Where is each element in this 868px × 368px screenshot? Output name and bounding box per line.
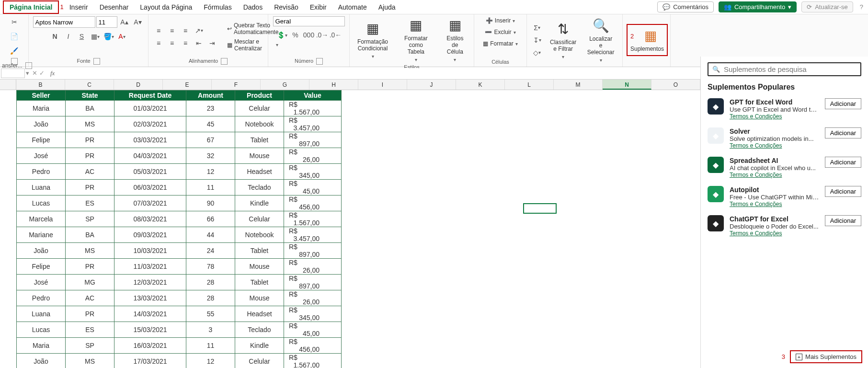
addin-terms-link[interactable]: Termos e Condições: [730, 172, 819, 178]
table-cell[interactable]: 66: [186, 211, 235, 227]
col-header-C[interactable]: C: [65, 80, 114, 90]
orientation-icon[interactable]: ↗: [193, 25, 205, 36]
table-cell[interactable]: ES: [66, 196, 114, 211]
table-cell[interactable]: Luana: [17, 306, 66, 322]
clear-button[interactable]: ◇: [531, 47, 543, 58]
font-launcher-icon[interactable]: [93, 58, 100, 65]
table-cell[interactable]: 05/03/2021: [114, 164, 186, 180]
comma-format-icon[interactable]: 000: [303, 29, 315, 41]
font-color-button[interactable]: A: [116, 31, 128, 42]
col-header-O[interactable]: O: [651, 80, 700, 90]
autosum-button[interactable]: Σ: [531, 22, 543, 34]
align-left-icon[interactable]: ≡: [152, 37, 165, 49]
table-cell[interactable]: 02/03/2021: [114, 116, 186, 132]
table-cell[interactable]: BA: [66, 101, 114, 116]
table-cell[interactable]: Tablet: [235, 243, 284, 259]
comments-button[interactable]: 💬 Comentários: [657, 1, 714, 12]
table-cell[interactable]: José: [17, 275, 66, 290]
addin-add-button[interactable]: Adicionar: [825, 215, 861, 226]
table-cell[interactable]: Notebook: [235, 116, 284, 132]
table-cell[interactable]: 23: [186, 101, 235, 116]
table-cell[interactable]: PR: [66, 132, 114, 148]
table-cell[interactable]: João: [17, 116, 66, 132]
table-cell[interactable]: Celular: [235, 211, 284, 227]
table-cell[interactable]: 12: [186, 354, 235, 368]
active-cell[interactable]: [523, 203, 557, 214]
delete-cells-button[interactable]: ➖Excluir: [483, 28, 517, 36]
table-cell[interactable]: Tablet: [235, 275, 284, 290]
cut-icon[interactable]: ✂: [8, 16, 21, 28]
table-cell[interactable]: 45: [186, 116, 235, 132]
col-header-K[interactable]: K: [456, 80, 505, 90]
increase-font-icon[interactable]: A▴: [118, 16, 131, 28]
border-button[interactable]: ▦: [89, 31, 102, 42]
insert-cells-button[interactable]: ➕Inserir: [484, 16, 517, 25]
decrease-decimal-icon[interactable]: .0←: [330, 29, 342, 41]
table-cell[interactable]: Headset: [235, 164, 284, 180]
table-cell-value[interactable]: R$897,00: [284, 275, 342, 290]
table-cell[interactable]: Teclado: [235, 180, 284, 196]
help-icon[interactable]: ?: [858, 3, 865, 11]
table-row[interactable]: MarcelaSP08/03/202166CelularR$1.567,00: [17, 211, 342, 227]
table-cell[interactable]: Teclado: [235, 322, 284, 338]
table-cell-value[interactable]: R$1.567,00: [284, 211, 342, 227]
fill-color-button[interactable]: 🪣: [103, 31, 115, 42]
tab-data[interactable]: Dados: [238, 1, 268, 13]
addin-terms-link[interactable]: Termos e Condições: [730, 142, 819, 149]
table-cell[interactable]: Tablet: [235, 132, 284, 148]
table-cell-value[interactable]: R$3.457,00: [284, 116, 342, 132]
italic-button[interactable]: I: [62, 31, 75, 42]
table-row[interactable]: MariaBA01/03/202123CelularR$1.567,00: [17, 101, 342, 116]
table-cell[interactable]: 11: [186, 180, 235, 196]
table-cell[interactable]: ES: [66, 322, 114, 338]
tab-draw[interactable]: Desenhar: [94, 1, 135, 13]
align-top-icon[interactable]: ≡: [152, 25, 165, 36]
align-middle-icon[interactable]: ≡: [166, 25, 178, 36]
table-cell[interactable]: 01/03/2021: [114, 101, 186, 116]
table-cell-value[interactable]: R$45,00: [284, 180, 342, 196]
addin-terms-link[interactable]: Termos e Condições: [730, 113, 819, 120]
table-cell[interactable]: Headset: [235, 306, 284, 322]
table-cell-value[interactable]: R$345,00: [284, 164, 342, 180]
table-cell[interactable]: AC: [66, 164, 114, 180]
table-cell[interactable]: 03/03/2021: [114, 132, 186, 148]
table-cell[interactable]: 15/03/2021: [114, 322, 186, 338]
enter-formula-icon[interactable]: ✓: [39, 69, 45, 77]
find-select-button[interactable]: 🔍Localizar e Selecionar: [583, 17, 618, 64]
table-cell[interactable]: 3: [186, 322, 235, 338]
col-header-J[interactable]: J: [407, 80, 456, 90]
tab-page-layout[interactable]: Layout da Página: [134, 1, 198, 13]
table-cell[interactable]: 17/03/2021: [114, 354, 186, 368]
decrease-font-icon[interactable]: A▾: [132, 16, 144, 28]
table-row[interactable]: JoséPR04/03/202132MouseR$26,00: [17, 148, 342, 164]
table-cell[interactable]: Kindle: [235, 196, 284, 211]
format-cells-button[interactable]: ▦Formatar: [481, 39, 520, 48]
table-row[interactable]: LuanaPR14/03/202155HeadsetR$345,00: [17, 306, 342, 322]
col-header-G[interactable]: G: [261, 80, 309, 90]
addin-terms-link[interactable]: Termos e Condições: [730, 230, 819, 237]
table-cell-value[interactable]: R$897,00: [284, 243, 342, 259]
sort-filter-button[interactable]: ⇅Classificar e Filtrar: [546, 20, 580, 60]
tab-help[interactable]: Ajuda: [373, 1, 401, 13]
table-cell[interactable]: Luana: [17, 180, 66, 196]
table-cell[interactable]: 09/03/2021: [114, 227, 186, 243]
table-cell[interactable]: Lucas: [17, 196, 66, 211]
table-cell[interactable]: Lucas: [17, 322, 66, 338]
table-row[interactable]: LucasES07/03/202190KindleR$456,00: [17, 196, 342, 211]
table-cell[interactable]: Mouse: [235, 259, 284, 275]
table-cell[interactable]: MS: [66, 243, 114, 259]
conditional-formatting-button[interactable]: ▦Formatação Condicional: [354, 20, 392, 60]
table-cell[interactable]: 44: [186, 227, 235, 243]
tab-insert[interactable]: Inserir: [64, 1, 94, 13]
table-cell[interactable]: PR: [66, 148, 114, 164]
accounting-format-icon[interactable]: 💲: [276, 29, 288, 41]
table-row[interactable]: LucasES15/03/20213TecladoR$45,00: [17, 322, 342, 338]
table-cell[interactable]: Marcela: [17, 211, 66, 227]
table-cell[interactable]: 16/03/2021: [114, 338, 186, 354]
table-row[interactable]: FelipePR11/03/202178MouseR$26,00: [17, 259, 342, 275]
table-cell-value[interactable]: R$26,00: [284, 290, 342, 306]
addin-add-button[interactable]: Adicionar: [825, 157, 861, 168]
table-cell[interactable]: 13/03/2021: [114, 290, 186, 306]
underline-button[interactable]: S: [76, 31, 88, 42]
format-as-table-button[interactable]: ▦Formatar como Tabela: [395, 16, 437, 63]
